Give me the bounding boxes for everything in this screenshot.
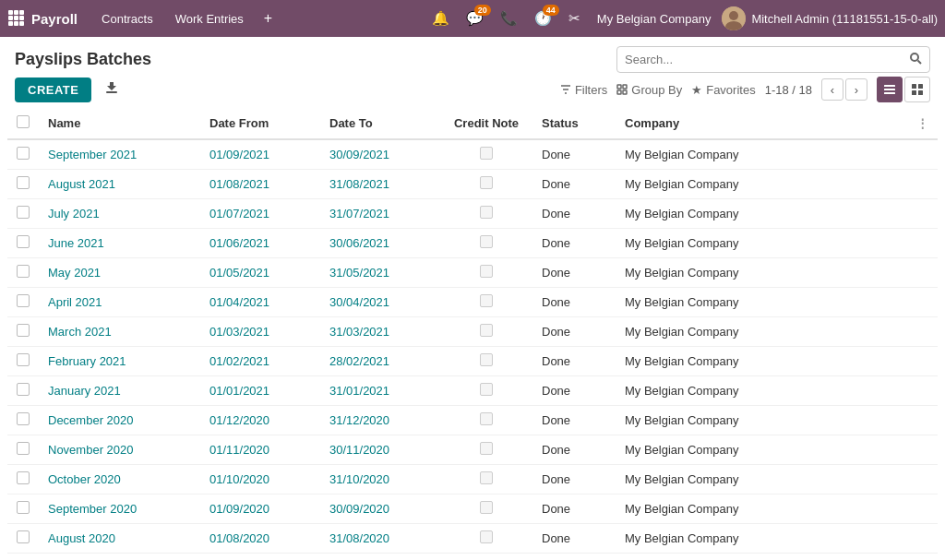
row-checkbox[interactable] — [17, 265, 30, 278]
prev-page-button[interactable]: ‹ — [821, 78, 843, 101]
group-by-button[interactable]: Group By — [616, 83, 682, 97]
row-company: My Belgian Company — [616, 229, 907, 258]
clock-icon[interactable]: 🕐 44 — [529, 6, 557, 30]
row-checkbox[interactable] — [17, 412, 30, 425]
search-button[interactable] — [902, 47, 929, 72]
row-date-from: 01/08/2021 — [200, 170, 320, 199]
grid-view-button[interactable] — [904, 77, 930, 102]
row-name: August 2020 — [39, 524, 200, 554]
company-selector[interactable]: My Belgian Company — [597, 12, 712, 26]
payslip-link[interactable]: October 2020 — [48, 472, 121, 486]
row-checkbox[interactable] — [17, 206, 30, 219]
row-checkbox-cell[interactable] — [7, 465, 39, 494]
payslip-link[interactable]: April 2021 — [48, 295, 102, 309]
svg-rect-0 — [8, 10, 13, 15]
row-checkbox[interactable] — [17, 176, 30, 189]
payslip-link[interactable]: June 2021 — [48, 236, 104, 250]
row-checkbox-cell[interactable] — [7, 376, 39, 406]
row-date-from: 01/12/2020 — [200, 406, 320, 435]
payslip-link[interactable]: September 2021 — [48, 148, 137, 161]
payslip-link[interactable]: March 2021 — [48, 325, 112, 339]
nav-plus-button[interactable]: + — [257, 10, 280, 27]
messages-icon[interactable]: 💬 20 — [461, 6, 489, 30]
table-header: Name Date From Date To Credit Note Statu… — [7, 108, 938, 139]
nav-work-entries[interactable]: Work Entries — [166, 8, 253, 30]
table-row: August 2021 01/08/2021 31/08/2021 Done M… — [7, 170, 938, 199]
payslip-link[interactable]: January 2021 — [48, 384, 121, 398]
credit-note-checkbox — [480, 294, 493, 307]
nav-contracts[interactable]: Contracts — [92, 8, 162, 30]
row-checkbox[interactable] — [17, 353, 30, 366]
row-checkbox[interactable] — [17, 501, 30, 514]
row-checkbox-cell[interactable] — [7, 139, 39, 170]
row-checkbox[interactable] — [17, 442, 30, 455]
payslip-link[interactable]: August 2021 — [48, 177, 115, 191]
table-scroll[interactable]: Name Date From Date To Credit Note Statu… — [7, 108, 938, 554]
row-date-to: 31/10/2020 — [320, 465, 440, 494]
row-credit-note — [440, 347, 532, 376]
row-checkbox-cell[interactable] — [7, 317, 39, 347]
row-checkbox-cell[interactable] — [7, 435, 39, 465]
row-company: My Belgian Company — [616, 347, 907, 376]
row-checkbox-cell[interactable] — [7, 494, 39, 524]
row-actions-cell — [907, 494, 938, 524]
payslip-link[interactable]: September 2020 — [48, 502, 137, 516]
payslip-link[interactable]: December 2020 — [48, 413, 134, 427]
row-checkbox[interactable] — [17, 324, 30, 337]
select-all-header[interactable] — [7, 108, 39, 139]
search-input[interactable] — [617, 48, 902, 71]
svg-rect-6 — [8, 21, 13, 26]
notification-bell-icon[interactable]: 🔔 — [426, 6, 455, 30]
row-checkbox-cell[interactable] — [7, 288, 39, 317]
row-checkbox-cell[interactable] — [7, 170, 39, 199]
payslip-link[interactable]: November 2020 — [48, 443, 134, 457]
row-checkbox-cell[interactable] — [7, 258, 39, 288]
row-checkbox-cell[interactable] — [7, 199, 39, 229]
row-checkbox-cell[interactable] — [7, 524, 39, 554]
row-date-to: 30/09/2021 — [320, 139, 440, 170]
payslip-link[interactable]: August 2020 — [48, 531, 115, 545]
row-checkbox[interactable] — [17, 294, 30, 307]
row-date-from: 01/11/2020 — [200, 435, 320, 465]
row-checkbox[interactable] — [17, 471, 30, 484]
credit-note-checkbox — [480, 206, 493, 219]
credit-note-checkbox — [480, 235, 493, 248]
row-date-to: 31/08/2020 — [320, 524, 440, 554]
row-company: My Belgian Company — [616, 288, 907, 317]
list-view-button[interactable] — [877, 77, 903, 102]
row-checkbox[interactable] — [17, 147, 30, 160]
scissors-icon[interactable]: ✂ — [563, 6, 586, 30]
download-button[interactable] — [99, 77, 125, 102]
page-title: Payslips Batches — [15, 50, 151, 69]
row-credit-note — [440, 317, 532, 347]
row-checkbox-cell[interactable] — [7, 229, 39, 258]
svg-rect-5 — [19, 16, 24, 20]
svg-rect-15 — [617, 85, 621, 89]
col-credit-note: Credit Note — [440, 108, 532, 139]
row-checkbox[interactable] — [17, 383, 30, 396]
svg-line-13 — [918, 61, 922, 65]
create-button[interactable]: CREATE — [15, 77, 91, 102]
row-status: Done — [532, 406, 616, 435]
favorites-button[interactable]: ★ Favorites — [691, 83, 755, 97]
next-page-button[interactable]: › — [845, 78, 867, 101]
grid-menu-icon[interactable] — [7, 9, 24, 29]
svg-point-12 — [911, 54, 918, 61]
payslip-link[interactable]: July 2021 — [48, 207, 100, 220]
payslip-link[interactable]: February 2021 — [48, 354, 126, 368]
phone-icon[interactable]: 📞 — [495, 6, 523, 30]
row-actions-cell — [907, 317, 938, 347]
select-all-checkbox[interactable] — [17, 115, 30, 128]
row-checkbox-cell[interactable] — [7, 406, 39, 435]
row-company: My Belgian Company — [616, 465, 907, 494]
row-checkbox-cell[interactable] — [7, 347, 39, 376]
row-credit-note — [440, 494, 532, 524]
table-row: February 2021 01/02/2021 28/02/2021 Done… — [7, 347, 938, 376]
row-status: Done — [532, 317, 616, 347]
row-date-from: 01/02/2021 — [200, 347, 320, 376]
row-checkbox[interactable] — [17, 235, 30, 248]
payslip-link[interactable]: May 2021 — [48, 266, 101, 280]
filters-button[interactable]: Filters — [560, 83, 607, 97]
user-menu[interactable]: Mitchell Admin (11181551-15-0-all) — [722, 6, 938, 30]
row-checkbox[interactable] — [17, 530, 30, 543]
